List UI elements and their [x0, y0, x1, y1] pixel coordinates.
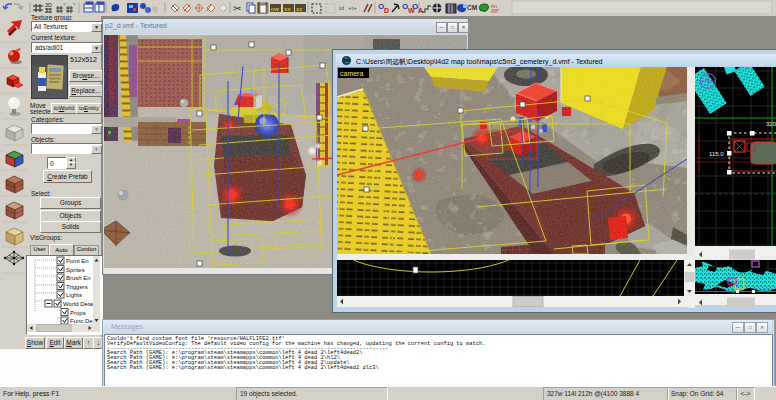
svg-text:xx: xx [284, 6, 291, 12]
svg-text:td: td [339, 5, 344, 11]
svg-text:Sprites: Sprites [66, 267, 85, 273]
svg-text:Props: Props [70, 310, 86, 316]
svg-text:camera: camera [340, 70, 363, 77]
svg-text:Triggers: Triggers [66, 284, 88, 290]
svg-text:+t+: +t+ [348, 5, 357, 11]
svg-text:D: D [384, 7, 389, 14]
svg-text:3D: 3D [45, 2, 52, 8]
svg-text:115.0: 115.0 [709, 151, 724, 157]
svg-text:ig: ig [152, 5, 158, 13]
svg-text:Point En: Point En [66, 258, 89, 264]
svg-text:World Detail: World Detail [63, 301, 96, 307]
svg-text:Func De: Func De [70, 318, 93, 324]
svg-text:An: An [491, 3, 497, 9]
svg-text:Lights: Lights [66, 292, 82, 298]
svg-text:xz: xz [296, 6, 302, 12]
svg-text:CM: CM [467, 4, 477, 11]
svg-text:Brush En: Brush En [66, 275, 91, 281]
svg-text:✂: ✂ [233, 3, 241, 14]
svg-text:320: 320 [766, 121, 776, 127]
svg-text:ow: ow [271, 6, 280, 12]
svg-text:A: A [418, 7, 423, 14]
